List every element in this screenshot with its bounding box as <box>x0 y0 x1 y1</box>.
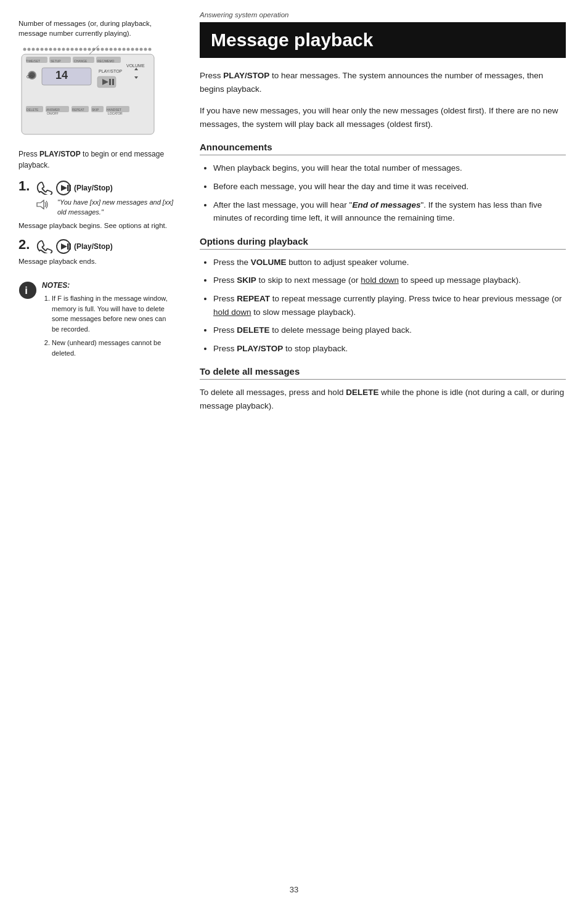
svg-text:i: i <box>25 285 28 296</box>
option-item-2: Press SKIP to skip to next message (or h… <box>213 274 566 287</box>
svg-point-15 <box>88 48 91 51</box>
step-2-icons: (Play/Stop) <box>36 239 113 254</box>
option-item-1: Press the VOLUME button to adjust speake… <box>213 256 566 269</box>
svg-rect-50 <box>109 79 111 85</box>
options-title: Options during playback <box>200 236 566 250</box>
option-item-4: Press DELETE to delete message being pla… <box>213 324 566 337</box>
svg-point-26 <box>136 48 139 51</box>
notes-box: i NOTES: If F is flashing in the message… <box>18 281 174 362</box>
speaker-icon <box>36 199 49 210</box>
intro-para-2: If you have new messages, you will hear … <box>200 104 566 131</box>
step-2-number: 2. <box>18 238 32 251</box>
step-1-desc: Message playback begins. See options at … <box>18 221 174 230</box>
skip-bold: SKIP <box>237 275 256 285</box>
delete-bold: DELETE <box>237 325 269 335</box>
page-title-box: Message playback <box>200 22 566 58</box>
svg-marker-69 <box>37 200 44 209</box>
svg-text:SETUP: SETUP <box>51 59 61 63</box>
svg-text:TIME/SET: TIME/SET <box>26 59 40 63</box>
press-playstop-label: Press PLAY/STOP to begin or end message … <box>18 149 174 171</box>
playstop-bold-intro: PLAY/STOP <box>223 71 269 80</box>
svg-text:LOCATOR: LOCATOR <box>108 112 123 115</box>
step-2-row: 2. (Play/Stop) <box>18 238 174 254</box>
page: Number of messages (or, during playback,… <box>0 0 588 909</box>
svg-point-12 <box>75 48 78 51</box>
announcement-item-3: After the last message, you will hear "E… <box>213 198 566 225</box>
svg-point-7 <box>54 48 57 51</box>
right-column: Answering system operation Message playb… <box>185 0 588 909</box>
notes-list: If F is flashing in the message window, … <box>42 293 174 358</box>
step-1-icons: (Play/Stop) <box>36 181 113 195</box>
svg-point-27 <box>140 48 143 51</box>
svg-text:CHANGE: CHANGE <box>74 59 88 63</box>
playstop-icon-1 <box>55 181 72 195</box>
svg-point-21 <box>114 48 117 51</box>
announcements-title: Announcements <box>200 142 566 155</box>
playstop-icon-2 <box>55 239 72 254</box>
step-2-desc: Message playback ends. <box>18 256 174 266</box>
svg-point-2 <box>32 48 35 51</box>
svg-text:14: 14 <box>55 69 68 81</box>
svg-text:DELETE: DELETE <box>27 108 39 112</box>
svg-text:PLAY/STOP: PLAY/STOP <box>99 69 123 73</box>
svg-text:OO: OO <box>27 75 33 79</box>
delete-all-text: To delete all messages, press and hold D… <box>200 386 566 412</box>
options-list: Press the VOLUME button to adjust speake… <box>200 256 566 356</box>
left-column: Number of messages (or, during playback,… <box>0 0 185 909</box>
svg-point-0 <box>23 48 27 51</box>
announcement-item-2: Before each message, you will hear the d… <box>213 180 566 194</box>
svg-point-3 <box>36 48 39 51</box>
notes-title: NOTES: <box>42 281 174 290</box>
svg-point-5 <box>45 48 48 51</box>
device-svg: TIME/SET SETUP CHANGE REC/MEMO OO 14 PLA… <box>18 44 160 142</box>
svg-point-20 <box>110 48 113 51</box>
handset-icon <box>36 181 53 195</box>
number-of-messages-caption: Number of messages (or, during playback,… <box>18 18 174 38</box>
svg-point-29 <box>149 48 152 51</box>
step-2-label: (Play/Stop) <box>74 242 113 251</box>
svg-point-25 <box>131 48 134 51</box>
note-item-2: New (unheard) messages cannot be deleted… <box>52 338 174 358</box>
svg-text:REPEAT: REPEAT <box>72 108 84 112</box>
hold-down-underline-1: hold down <box>361 275 399 285</box>
svg-text:REC/MEMO: REC/MEMO <box>97 59 115 63</box>
section-tag: Answering system operation <box>200 11 566 18</box>
playstop-bold: PLAY/STOP <box>39 150 81 158</box>
svg-point-4 <box>41 48 44 51</box>
info-icon: i <box>18 281 37 300</box>
svg-point-14 <box>84 48 87 51</box>
svg-point-6 <box>49 48 52 51</box>
step-1-audio-row: "You have [xx] new messages and [xx] old… <box>36 198 174 219</box>
svg-rect-51 <box>112 79 114 85</box>
svg-point-28 <box>144 48 147 51</box>
step-1-label: (Play/Stop) <box>74 184 113 192</box>
page-title: Message playback <box>211 30 555 51</box>
svg-point-18 <box>101 48 104 51</box>
svg-point-17 <box>97 48 100 51</box>
step-1-audio-text: "You have [xx] new messages and [xx] old… <box>57 198 174 217</box>
notes-content: NOTES: If F is flashing in the message w… <box>42 281 174 362</box>
page-number: 33 <box>290 885 298 894</box>
svg-text:VOLUME: VOLUME <box>126 63 145 68</box>
svg-marker-71 <box>61 243 67 250</box>
svg-rect-72 <box>67 243 69 250</box>
option-item-5: Press PLAY/STOP to stop playback. <box>213 342 566 356</box>
svg-text:ON/OFF: ON/OFF <box>47 112 59 115</box>
svg-marker-66 <box>61 185 67 191</box>
note-item-1: If F is flashing in the message window, … <box>52 293 174 334</box>
playstop-bold-option: PLAY/STOP <box>237 344 283 353</box>
intro-para-1: Press PLAY/STOP to hear messages. The sy… <box>200 69 566 96</box>
delete-bold-2: DELETE <box>346 388 378 397</box>
end-of-messages-italic: End of messages <box>352 200 420 210</box>
repeat-bold: REPEAT <box>237 294 270 303</box>
svg-point-22 <box>118 48 121 51</box>
svg-point-23 <box>123 48 126 51</box>
handset-icon-2 <box>36 240 53 253</box>
svg-point-19 <box>105 48 108 51</box>
svg-rect-68 <box>70 185 71 191</box>
svg-point-24 <box>127 48 130 51</box>
svg-point-10 <box>67 48 70 51</box>
svg-text:SKIP: SKIP <box>92 108 99 112</box>
step-1-number: 1. <box>18 179 32 193</box>
svg-rect-73 <box>70 243 71 250</box>
